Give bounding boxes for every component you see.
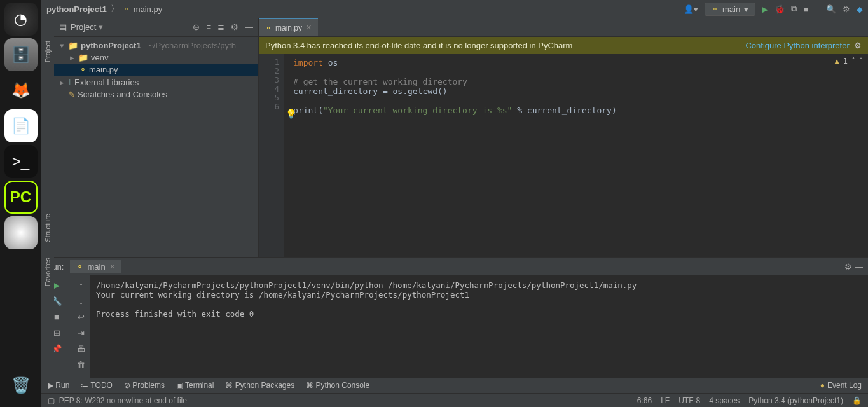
panel-settings-button[interactable]: ⚙: [231, 22, 238, 32]
code-token: (: [318, 106, 323, 115]
add-user-icon[interactable]: 👤▾: [684, 4, 698, 14]
banner-settings-icon[interactable]: ⚙: [854, 41, 862, 50]
event-log-dot-icon: ●: [820, 381, 825, 390]
locate-button[interactable]: ⊕: [193, 22, 200, 32]
disc-app-icon[interactable]: [4, 216, 38, 249]
clear-button[interactable]: 🗑: [77, 360, 85, 369]
eol-banner-text: Python 3.4 has reached its end-of-life d…: [265, 41, 572, 50]
pycharm-app-icon[interactable]: PC: [4, 181, 38, 214]
configure-interpreter-link[interactable]: Configure Python interpreter: [745, 41, 849, 50]
favorites-tool-button[interactable]: Favorites: [44, 252, 52, 291]
close-tab-icon[interactable]: ✕: [306, 24, 312, 32]
firefox-app-icon[interactable]: 🦊: [4, 74, 38, 107]
scratches-consoles[interactable]: Scratches and Consoles: [78, 90, 167, 99]
run-tool-button[interactable]: ▶ Run: [48, 381, 69, 390]
structure-tool-button[interactable]: Structure: [44, 209, 52, 247]
file-encoding[interactable]: UTF-8: [679, 396, 700, 405]
line-number-gutter[interactable]: 1 2 3 4 5 6: [259, 54, 284, 257]
status-widgets-icon[interactable]: ▢: [48, 396, 55, 405]
terminal-app-icon[interactable]: >_: [4, 145, 38, 178]
intention-bulb-icon[interactable]: 💡: [286, 109, 296, 119]
run-tab-label: main: [87, 262, 105, 272]
problems-tool-button[interactable]: ⊘ Problems: [124, 381, 165, 390]
inspection-widget[interactable]: ▲ 1 ˄ ˅: [835, 57, 863, 66]
trash-icon[interactable]: 🗑️: [4, 369, 38, 402]
run-tab-main[interactable]: ⚬ main ✕: [70, 260, 121, 273]
caret-position[interactable]: 6:66: [637, 396, 652, 405]
left-tool-stripe-lower: Structure Favorites: [41, 191, 54, 369]
breadcrumb-separator: 〉: [111, 3, 119, 15]
debug-button[interactable]: 🐞: [775, 4, 785, 14]
python-console-tool-button[interactable]: ⌘ Python Console: [306, 381, 369, 390]
os-launcher: ◔ 🗄️ 🦊 📄 >_ PC 🗑️: [0, 0, 41, 407]
run-output-cmd: /home/kalyani/PycharmProjects/pythonProj…: [96, 280, 637, 290]
line-number: 3: [259, 76, 279, 85]
indent-indicator[interactable]: 4 spaces: [709, 396, 740, 405]
stop-button[interactable]: ■: [803, 4, 808, 14]
libreoffice-writer-icon[interactable]: 📄: [4, 109, 38, 142]
code-token: print: [293, 106, 318, 115]
hide-run-panel-icon[interactable]: —: [855, 262, 863, 272]
folder-icon: 📁: [68, 41, 78, 50]
collapse-all-button[interactable]: ≣: [217, 22, 224, 32]
scroll-end-button[interactable]: ⇥: [78, 328, 85, 338]
project-tool-window: ▤ Project ⊕ ≡ ≣ ⚙ — ▾ 📁 pythonProject1 ~…: [54, 18, 259, 257]
files-app-icon[interactable]: 🗄️: [4, 38, 38, 71]
project-view-title[interactable]: Project: [71, 22, 103, 32]
todo-tool-button[interactable]: ≔ TODO: [81, 381, 113, 390]
project-root[interactable]: pythonProject1: [81, 41, 141, 50]
main-py-file[interactable]: main.py: [89, 65, 118, 74]
run-config-selector[interactable]: ⚬ main ▾: [705, 3, 755, 16]
down-stack-button[interactable]: ↓: [79, 296, 83, 306]
next-highlight-icon[interactable]: ˅: [859, 57, 863, 66]
line-ending[interactable]: LF: [661, 396, 670, 405]
terminal-tool-button[interactable]: ▣ Terminal: [176, 381, 214, 390]
search-everywhere-button[interactable]: 🔍: [826, 4, 836, 14]
ide-help-button[interactable]: ◆: [857, 4, 863, 14]
coverage-button[interactable]: ⧉: [791, 4, 797, 14]
print-button[interactable]: 🖶: [77, 344, 85, 354]
up-stack-button[interactable]: ↑: [79, 280, 83, 290]
project-tree[interactable]: ▾ 📁 pythonProject1 ~/PycharmProjects/pyt…: [54, 37, 258, 103]
run-settings-icon[interactable]: ⚙: [844, 262, 852, 272]
stop-run-button[interactable]: ■: [54, 312, 59, 322]
project-root-path: ~/PycharmProjects/pyth: [148, 41, 236, 50]
navigation-bar: pythonProject1 〉 ⚬ main.py 👤▾ ⚬ main ▾ ▶…: [41, 0, 868, 18]
expand-caret-icon[interactable]: ▸: [58, 78, 65, 87]
run-button[interactable]: ▶: [762, 4, 768, 14]
breadcrumb-file[interactable]: main.py: [134, 4, 163, 14]
editor-tabs: ⚬ main.py ✕: [259, 18, 868, 37]
editor-tab-main[interactable]: ⚬ main.py ✕: [259, 18, 318, 36]
event-log-button[interactable]: ● Event Log: [820, 381, 862, 390]
breadcrumb-project[interactable]: pythonProject1: [46, 4, 107, 14]
external-libraries[interactable]: External Libraries: [74, 78, 139, 87]
status-hint: PEP 8: W292 no newline at end of file: [59, 396, 187, 405]
close-run-tab-icon[interactable]: ✕: [109, 263, 115, 271]
venv-folder[interactable]: venv: [91, 53, 108, 62]
expand-caret-icon[interactable]: ▾: [58, 41, 65, 50]
ide-window: pythonProject1 〉 ⚬ main.py 👤▾ ⚬ main ▾ ▶…: [41, 0, 868, 407]
code-editor[interactable]: import os # get the current working dire…: [284, 54, 868, 257]
python-file-icon: ⚬: [265, 24, 272, 32]
editor-area: ⚬ main.py ✕ Python 3.4 has reached its e…: [259, 18, 868, 257]
run-output[interactable]: /home/kalyani/PycharmProjects/pythonProj…: [90, 275, 868, 378]
rerun-button[interactable]: ▶: [53, 280, 60, 290]
settings-button[interactable]: ⚙: [843, 4, 850, 14]
lock-icon[interactable]: 🔒: [852, 396, 862, 405]
hide-panel-button[interactable]: —: [245, 22, 253, 32]
python-file-icon: ⚬: [123, 4, 130, 14]
python-packages-tool-button[interactable]: ⌘ Python Packages: [225, 381, 294, 390]
interpreter-indicator[interactable]: Python 3.4 (pythonProject1): [748, 396, 843, 405]
expand-caret-icon[interactable]: ▸: [68, 53, 76, 62]
expand-all-button[interactable]: ≡: [206, 22, 211, 32]
warning-icon: ▲: [835, 57, 839, 66]
prev-highlight-icon[interactable]: ˄: [851, 57, 855, 66]
project-tool-button[interactable]: Project: [44, 36, 52, 67]
editor-tab-label: main.py: [275, 24, 302, 32]
line-number: 2: [259, 67, 279, 76]
soft-wrap-button[interactable]: ↩: [78, 312, 85, 322]
layout-button[interactable]: ⊞: [53, 328, 60, 338]
line-number: 4: [259, 85, 279, 93]
line-number: 5: [259, 93, 279, 102]
ubuntu-dash-icon[interactable]: ◔: [4, 3, 38, 36]
